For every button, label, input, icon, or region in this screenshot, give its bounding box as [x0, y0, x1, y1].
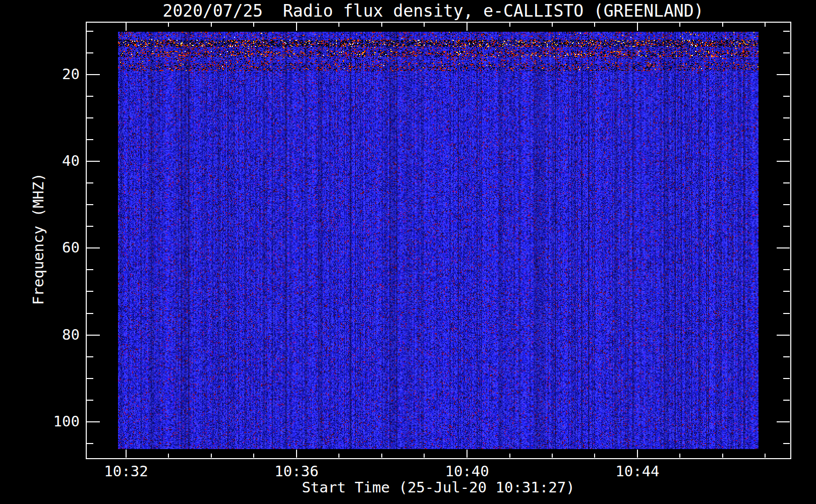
plot-frame [86, 22, 791, 459]
x-axis-label: Start Time (25-Jul-20 10:31:27) [86, 479, 790, 495]
x-minor-tick-bottom [594, 454, 595, 458]
y-minor-tick-left [87, 291, 93, 292]
y-major-tick-right [777, 74, 790, 75]
y-minor-tick-left [87, 96, 93, 97]
y-minor-tick-left [87, 182, 93, 183]
x-tick-label: 10:32 [86, 464, 166, 479]
y-minor-tick-left [87, 117, 93, 118]
y-minor-tick-right [783, 400, 790, 401]
y-axis-label: Frequency (MHZ) [31, 173, 46, 305]
x-tick-label: 10:44 [597, 464, 678, 479]
x-minor-tick-bottom [552, 454, 553, 458]
x-minor-tick-top [253, 23, 254, 27]
y-major-tick-left [87, 335, 100, 336]
x-minor-tick-bottom [509, 454, 510, 458]
y-minor-tick-left [87, 443, 93, 444]
y-tick-label: 60 [29, 240, 80, 255]
x-minor-tick-top [168, 23, 169, 27]
y-minor-tick-right [783, 52, 790, 53]
x-minor-tick-bottom [722, 454, 723, 458]
x-minor-tick-top [381, 23, 382, 27]
x-minor-tick-bottom [253, 454, 254, 458]
y-minor-tick-right [783, 378, 790, 379]
x-major-tick-bottom [296, 450, 297, 458]
y-minor-tick-left [87, 226, 93, 227]
x-major-tick-bottom [637, 450, 638, 458]
x-major-tick-bottom [126, 450, 127, 458]
x-minor-tick-bottom [381, 454, 382, 458]
y-minor-tick-left [87, 31, 93, 32]
y-major-tick-left [87, 74, 100, 75]
y-minor-tick-right [783, 443, 790, 444]
x-minor-tick-top [722, 23, 723, 27]
y-minor-tick-right [783, 226, 790, 227]
x-minor-tick-bottom [765, 454, 766, 458]
y-minor-tick-left [87, 52, 93, 53]
y-minor-tick-left [87, 378, 93, 379]
y-minor-tick-right [783, 204, 790, 205]
y-major-tick-right [777, 335, 790, 336]
x-tick-label: 10:40 [427, 464, 507, 479]
chart-title: 2020/07/25 Radio flux density, e-CALLIST… [81, 2, 785, 21]
y-minor-tick-right [783, 269, 790, 270]
x-major-tick-top [296, 23, 297, 31]
y-minor-tick-left [87, 269, 93, 270]
y-minor-tick-left [87, 356, 93, 357]
x-major-tick-top [637, 23, 638, 31]
y-major-tick-left [87, 421, 100, 422]
x-minor-tick-top [338, 23, 339, 27]
x-minor-tick-top [594, 23, 595, 27]
y-tick-label: 40 [29, 153, 80, 168]
x-minor-tick-bottom [338, 454, 339, 458]
x-tick-label: 10:36 [256, 464, 337, 479]
y-tick-label: 20 [29, 67, 80, 82]
y-minor-tick-right [783, 31, 790, 32]
y-minor-tick-left [87, 313, 93, 314]
x-minor-tick-bottom [424, 454, 425, 458]
x-minor-tick-top [679, 23, 680, 27]
x-major-tick-bottom [467, 450, 468, 458]
y-minor-tick-right [783, 96, 790, 97]
x-minor-tick-top [765, 23, 766, 27]
y-minor-tick-left [87, 400, 93, 401]
x-minor-tick-bottom [679, 454, 680, 458]
y-major-tick-right [777, 161, 790, 162]
y-minor-tick-right [783, 139, 790, 140]
y-tick-label: 80 [29, 327, 80, 342]
y-major-tick-right [777, 421, 790, 422]
y-minor-tick-left [87, 204, 93, 205]
y-tick-label: 100 [29, 414, 80, 429]
y-major-tick-left [87, 161, 100, 162]
x-major-tick-top [126, 23, 127, 31]
y-minor-tick-right [783, 117, 790, 118]
y-minor-tick-left [87, 139, 93, 140]
x-major-tick-top [467, 23, 468, 31]
x-minor-tick-top [552, 23, 553, 27]
x-minor-tick-top [211, 23, 212, 27]
y-major-tick-right [777, 247, 790, 248]
x-minor-tick-bottom [168, 454, 169, 458]
spectrogram-figure: 2020/07/25 Radio flux density, e-CALLIST… [0, 0, 816, 504]
x-minor-tick-bottom [211, 454, 212, 458]
y-minor-tick-right [783, 182, 790, 183]
y-minor-tick-right [783, 291, 790, 292]
y-major-tick-left [87, 247, 100, 248]
x-minor-tick-top [424, 23, 425, 27]
y-minor-tick-right [783, 313, 790, 314]
y-minor-tick-right [783, 356, 790, 357]
x-minor-tick-top [509, 23, 510, 27]
